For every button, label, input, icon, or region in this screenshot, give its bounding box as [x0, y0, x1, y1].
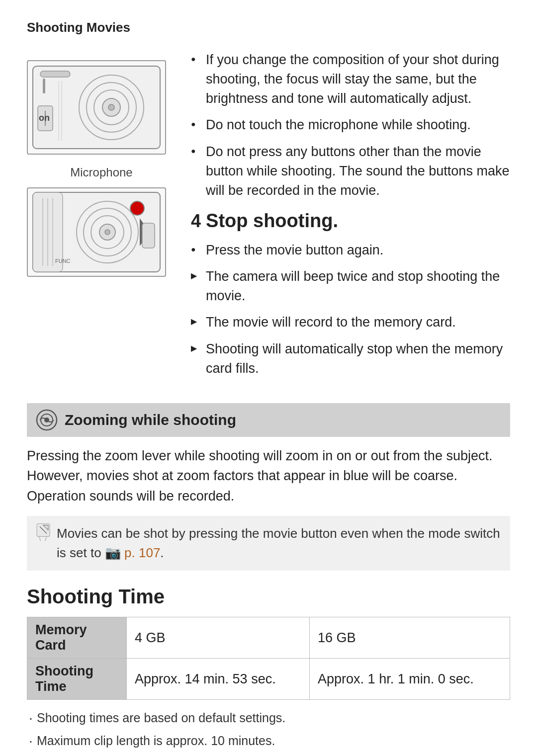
bullet-item: Do not press any buttons other than the …	[191, 142, 510, 200]
footnote-item: Recording may stop even if the maximum c…	[27, 754, 510, 756]
table-cell-4gb-time: Approx. 14 min. 53 sec.	[127, 659, 310, 700]
table-cell-16gb-time: Approx. 1 hr. 1 min. 0 sec.	[310, 659, 510, 700]
bullet-item: Do not touch the microphone while shooti…	[191, 115, 510, 135]
bullet-item: Press the movie button again.	[191, 241, 510, 260]
svg-line-33	[39, 537, 41, 541]
svg-line-34	[45, 537, 47, 541]
microphone-label: Microphone	[27, 166, 176, 179]
bullet-item: Shooting will automatically stop when th…	[191, 339, 510, 378]
svg-point-5	[108, 104, 114, 110]
svg-rect-12	[43, 79, 45, 93]
zoom-section-bar: Zooming while shooting	[27, 403, 510, 437]
bullet-item: If you change the composition of your sh…	[191, 50, 510, 108]
content-row: on Microphone	[27, 50, 510, 388]
svg-point-18	[105, 230, 110, 235]
shooting-time-table: Memory Card 4 GB 16 GB Shooting Time App…	[27, 617, 510, 700]
table-header-16gb: 16 GB	[310, 617, 510, 659]
camera-top-image: on	[27, 60, 166, 155]
left-images: on Microphone	[27, 60, 176, 388]
note-text: Movies can be shot by pressing the movie…	[57, 526, 500, 560]
camera-bottom-image: FUNC	[27, 187, 166, 277]
top-bullet-list: If you change the composition of your sh…	[191, 50, 510, 200]
step-title: Stop shooting.	[206, 210, 338, 232]
table-header-label: Memory Card	[27, 617, 127, 659]
bullet-item: The camera will beep twice and stop shoo…	[191, 267, 510, 306]
svg-rect-6	[40, 71, 70, 77]
step4-bullet-list: Press the movie button again. The camera…	[191, 241, 510, 378]
table-data-row: Shooting Time Approx. 14 min. 53 sec. Ap…	[27, 659, 510, 700]
page-container: Shooting Movies	[0, 0, 537, 756]
table-header-row: Memory Card 4 GB 16 GB	[27, 617, 510, 659]
footnote-item: Maximum clip length is approx. 10 minute…	[27, 732, 510, 751]
note-pencil-icon	[34, 523, 53, 542]
footnote-item: Shooting times are based on default sett…	[27, 709, 510, 728]
table-header-4gb: 4 GB	[127, 617, 310, 659]
zoom-description: Pressing the zoom lever while shooting w…	[27, 446, 510, 506]
svg-text:on: on	[39, 113, 50, 123]
step4-heading: 4 Stop shooting.	[191, 210, 510, 232]
svg-rect-26	[142, 223, 155, 248]
shooting-time-heading: Shooting Time	[27, 586, 510, 608]
bullet-item: The movie will record to the memory card…	[191, 313, 510, 332]
zoom-section-title: Zooming while shooting	[65, 412, 236, 428]
section-header: Shooting Movies	[27, 20, 510, 35]
svg-point-24	[130, 201, 144, 215]
svg-text:FUNC: FUNC	[55, 258, 71, 264]
right-bullets: If you change the composition of your sh…	[191, 50, 510, 388]
note-box: Movies can be shot by pressing the movie…	[27, 516, 510, 571]
footnotes: Shooting times are based on default sett…	[27, 709, 510, 756]
step-number: 4	[191, 211, 201, 232]
table-row-label: Shooting Time	[27, 659, 127, 700]
zoom-icon	[36, 409, 58, 431]
